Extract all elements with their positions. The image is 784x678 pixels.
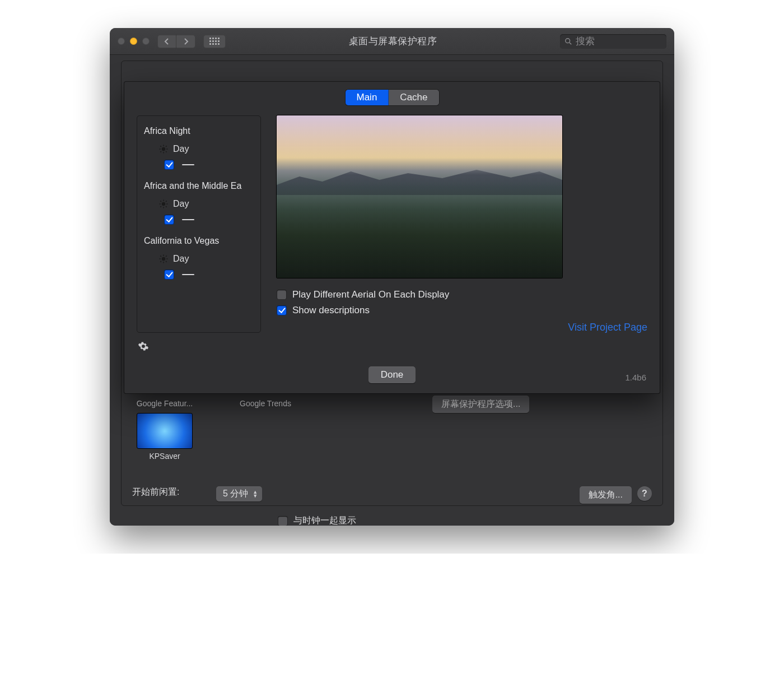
aerial-sheet: Main Cache Africa Night Day [124, 82, 660, 393]
tab-main[interactable]: Main [346, 90, 389, 105]
sun-icon [158, 144, 169, 154]
with-clock-row: 与时钟一起显示 [278, 515, 580, 526]
svg-point-2 [162, 147, 165, 151]
saver-thumb [137, 414, 192, 448]
group-title: Africa Night [144, 126, 254, 136]
idle-label: 开始前闲置: [132, 486, 179, 498]
entry-dash-icon [182, 219, 194, 221]
day-label: Day [173, 199, 189, 209]
help-button[interactable]: ? [637, 486, 652, 501]
svg-line-16 [160, 201, 161, 202]
svg-point-11 [162, 202, 165, 206]
search-field[interactable]: 搜索 [560, 34, 666, 49]
svg-line-17 [166, 206, 167, 207]
svg-line-18 [160, 206, 161, 207]
gear-icon [138, 341, 149, 352]
sheet-footer: Done 1.4b6 [137, 366, 647, 383]
video-entry[interactable] [164, 215, 254, 225]
svg-line-27 [160, 261, 161, 262]
list-settings-button[interactable] [137, 340, 150, 353]
idle-select[interactable]: 5 分钟 ▲▼ [216, 486, 262, 501]
day-label: Day [173, 144, 189, 154]
entry-dash-icon [182, 274, 194, 276]
nav-back-forward [157, 35, 195, 48]
day-label: Day [173, 254, 189, 264]
saver-label: KPSaver [131, 452, 198, 461]
saver-grid: Google Featur... Google Trends [131, 399, 299, 408]
video-entry[interactable] [164, 270, 254, 280]
sheet-body: Africa Night Day Africa and the Middle E… [137, 115, 647, 353]
close-window-button[interactable] [118, 38, 125, 45]
video-checkbox[interactable] [164, 215, 174, 225]
window-title: 桌面与屏幕保护程序 [230, 35, 556, 48]
window-controls [118, 38, 150, 45]
version-label: 1.4b6 [625, 373, 646, 382]
entry-dash-icon [182, 164, 194, 166]
preview-image [277, 115, 562, 278]
nav-back-button[interactable] [157, 35, 176, 48]
playback-options: Play Different Aerial On Each Display Sh… [277, 289, 647, 316]
day-row: Day [158, 199, 254, 209]
group-title: California to Vegas [144, 236, 254, 246]
with-clock-label: 与时钟一起显示 [293, 515, 356, 526]
idle-value: 5 分钟 [223, 488, 248, 500]
search-placeholder: 搜索 [576, 35, 595, 48]
svg-line-9 [160, 151, 161, 152]
project-page-link[interactable]: Visit Project Page [568, 322, 647, 333]
video-checkbox[interactable] [164, 160, 174, 170]
search-icon [564, 38, 572, 45]
with-clock-checkbox[interactable] [278, 516, 288, 526]
saver-label: Google Trends [232, 399, 299, 408]
tab-cache[interactable]: Cache [389, 90, 438, 105]
play-different-checkbox[interactable] [277, 290, 287, 300]
preferences-window: 桌面与屏幕保护程序 搜索 Google Featur... Google Tre… [110, 28, 674, 526]
tab-bar: Main Cache [137, 90, 647, 105]
svg-point-0 [566, 38, 570, 43]
titlebar: 桌面与屏幕保护程序 搜索 [110, 28, 674, 55]
svg-line-7 [160, 146, 161, 147]
day-row: Day [158, 144, 254, 154]
svg-line-25 [160, 256, 161, 257]
done-button[interactable]: Done [368, 366, 416, 383]
stepper-icon: ▲▼ [253, 490, 258, 498]
project-link-row: Visit Project Page [277, 322, 647, 333]
video-entry[interactable] [164, 160, 254, 170]
sun-icon [158, 254, 169, 264]
screensaver-options-button[interactable]: 屏幕保护程序选项... [432, 396, 529, 413]
svg-line-26 [166, 261, 167, 262]
show-desc-label: Show descriptions [292, 305, 370, 316]
saver-label: Google Featur... [131, 399, 198, 408]
saver-item[interactable]: KPSaver [131, 414, 198, 461]
play-different-label: Play Different Aerial On Each Display [292, 289, 449, 300]
bottom-controls: 开始前闲置: 5 分钟 ▲▼ 与时钟一起显示 使用随机屏幕保护程序 触发 [132, 486, 652, 526]
svg-line-28 [166, 256, 167, 257]
svg-line-10 [166, 146, 167, 147]
hot-corners-button[interactable]: 触发角... [580, 486, 632, 504]
svg-line-19 [166, 201, 167, 202]
nav-forward-button[interactable] [176, 35, 195, 48]
video-checkbox[interactable] [164, 270, 174, 280]
group-title: Africa and the Middle Ea [144, 181, 254, 191]
minimize-window-button[interactable] [130, 38, 137, 45]
pref-body: Google Featur... Google Trends KPSaver 屏… [110, 55, 674, 526]
day-row: Day [158, 254, 254, 264]
saver-item[interactable]: Google Featur... [131, 399, 198, 408]
preview-column: Play Different Aerial On Each Display Sh… [277, 115, 647, 353]
show-all-button[interactable] [203, 35, 226, 48]
svg-point-20 [162, 257, 165, 261]
saver-item[interactable]: Google Trends [232, 399, 299, 408]
grid-icon [209, 38, 220, 45]
zoom-window-button[interactable] [142, 38, 150, 45]
svg-line-8 [166, 151, 167, 152]
show-desc-checkbox[interactable] [277, 305, 287, 315]
video-list[interactable]: Africa Night Day Africa and the Middle E… [137, 115, 261, 333]
sun-icon [158, 199, 169, 209]
svg-line-1 [570, 42, 571, 44]
